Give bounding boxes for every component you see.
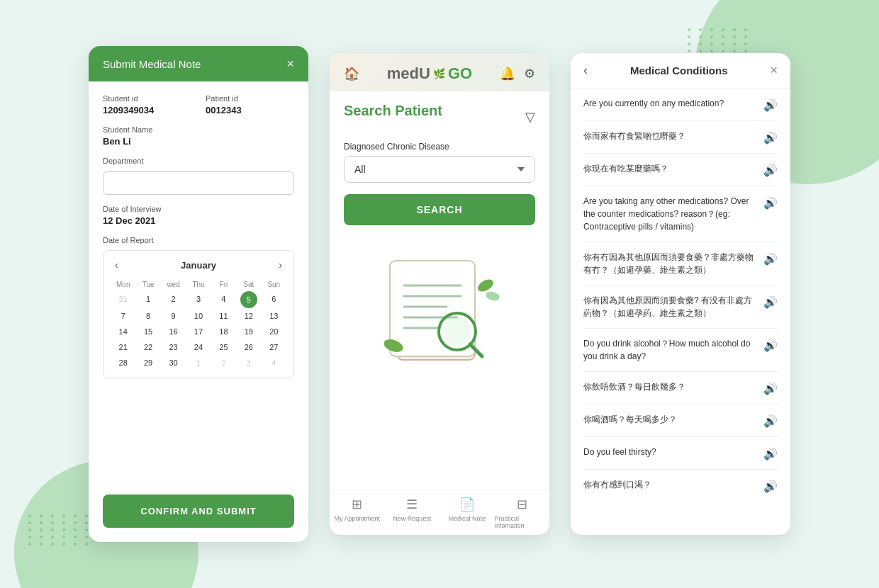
card-header-title: Submit Medical Note	[103, 58, 201, 70]
practical-info-label: Practical Infomation	[495, 515, 550, 529]
chronic-disease-dropdown[interactable]: AllDiabetesHypertensionAsthmaOthers	[344, 156, 535, 183]
cal-day[interactable]: 6	[262, 291, 286, 308]
audio-icon[interactable]: 🔊	[763, 196, 778, 210]
notification-icon[interactable]: 🔔	[500, 66, 515, 81]
audio-icon[interactable]: 🔊	[763, 295, 778, 309]
audio-icon[interactable]: 🔊	[763, 164, 778, 177]
cal-day[interactable]: 16	[161, 324, 186, 339]
cal-day[interactable]: 19	[236, 324, 261, 339]
audio-icon[interactable]: 🔊	[763, 382, 778, 395]
cal-day[interactable]: 4	[211, 291, 236, 308]
cal-day[interactable]: 23	[161, 339, 186, 355]
interview-date-label: Date of Interview	[103, 205, 294, 213]
nav-my-appointment[interactable]: ⊞ My Appointment	[330, 497, 385, 529]
card-body: Student id 1209349034 Patient id 0012343…	[89, 81, 308, 480]
logo-leaf: 🌿	[433, 68, 445, 79]
close-button[interactable]: ×	[286, 57, 294, 70]
cal-day[interactable]: 2	[161, 291, 186, 308]
filter-icon[interactable]: ▽	[525, 109, 535, 125]
cal-day[interactable]: 18	[211, 324, 236, 339]
audio-icon[interactable]: 🔊	[763, 414, 778, 428]
cal-day[interactable]: 13	[262, 308, 286, 324]
medical-conditions-card: ‹ Medical Conditions × Are you currently…	[571, 53, 790, 535]
cal-day[interactable]: 4	[262, 355, 286, 371]
medugo-logo: medU🌿GO	[387, 64, 472, 83]
cal-day[interactable]: 1	[135, 291, 160, 308]
cal-day[interactable]: 8	[135, 308, 160, 324]
audio-icon[interactable]: 🔊	[763, 447, 778, 460]
report-date-row: Date of Report ‹ January › MonTuewedThuF…	[103, 236, 294, 378]
patient-id-value: 0012343	[206, 105, 294, 115]
interview-date-row: Date of Interview 12 Dec 2021	[103, 205, 294, 226]
conditions-close-button[interactable]: ×	[770, 63, 778, 78]
logo-med-text: medU	[387, 64, 430, 83]
back-button[interactable]: ‹	[583, 63, 588, 78]
cal-day-header: wed	[161, 278, 186, 291]
conditions-title: Medical Conditions	[630, 64, 728, 77]
cal-day[interactable]: 21	[111, 339, 135, 355]
cal-day[interactable]: 26	[236, 339, 261, 355]
illustration-area	[344, 239, 535, 374]
condition-item: 你有冇因為其他原因而須要食藥？非處方藥物有冇？（如避孕藥、維生素之類）🔊	[583, 242, 778, 285]
confirm-submit-button[interactable]: CONFIRM AND SUBMIT	[103, 494, 294, 528]
header-icons: 🔔 ⚙	[500, 66, 535, 81]
cal-day[interactable]: 30	[161, 355, 186, 371]
calendar-days[interactable]: 3112345678910111213141516171819202122232…	[111, 291, 286, 371]
calendar: ‹ January › MonTuewedThuFriSatSun 311234…	[103, 250, 294, 378]
condition-item: 你有冇感到口渴？🔊	[583, 470, 778, 502]
nav-new-request[interactable]: ☰ New Request	[385, 497, 440, 529]
cal-day[interactable]: 28	[111, 355, 135, 371]
search-button[interactable]: SEARCH	[344, 194, 535, 225]
cal-day[interactable]: 15	[135, 324, 160, 339]
medugo-body: Search Patient ▽ Diagnosed Chronic Disea…	[330, 91, 549, 489]
cal-day[interactable]: 20	[262, 324, 286, 339]
cal-day[interactable]: 22	[135, 339, 160, 355]
audio-icon[interactable]: 🔊	[763, 339, 778, 352]
cal-day[interactable]: 10	[186, 308, 211, 324]
audio-icon[interactable]: 🔊	[763, 98, 778, 112]
condition-text: 你飲唔飲酒？每日飲幾多？	[583, 380, 756, 393]
cal-day[interactable]: 29	[135, 355, 160, 371]
main-container: Submit Medical Note × Student id 1209349…	[0, 0, 879, 588]
home-icon[interactable]: 🏠	[344, 66, 359, 81]
cal-day[interactable]: 9	[161, 308, 186, 324]
cal-day[interactable]: 31	[111, 291, 135, 308]
condition-text: 你有因為其他原因而須要食藥? 有没有非處方葯物？（如避孕葯、維生素之類）	[583, 294, 756, 320]
department-input[interactable]	[103, 171, 294, 195]
audio-icon[interactable]: 🔊	[763, 252, 778, 266]
cal-day[interactable]: 1	[186, 355, 211, 371]
cal-day[interactable]: 25	[211, 339, 236, 355]
patient-id-label: Patient id	[206, 94, 294, 103]
new-request-label: New Request	[393, 515, 431, 522]
nav-medical-note[interactable]: 📄 Medical Note	[440, 497, 495, 529]
condition-item: 你喝酒嗎？每天喝多少？🔊	[583, 405, 778, 437]
prev-month-button[interactable]: ‹	[111, 258, 123, 272]
condition-text: 你而家有冇食緊啲乜嘢藥？	[583, 130, 756, 142]
cal-day[interactable]: 3	[236, 355, 261, 371]
condition-text: 你現在有吃某麼藥嗎？	[583, 162, 756, 175]
audio-icon[interactable]: 🔊	[763, 480, 778, 493]
condition-item: 你飲唔飲酒？每日飲幾多？🔊	[583, 372, 778, 405]
cal-day[interactable]: 14	[111, 324, 135, 339]
cal-day[interactable]: 5	[240, 291, 257, 308]
cal-day[interactable]: 27	[262, 339, 286, 355]
chronic-disease-label: Diagnosed Chronic Disease	[344, 142, 535, 152]
conditions-list: Are you currently on any medication?🔊你而家…	[571, 89, 790, 535]
audio-icon[interactable]: 🔊	[763, 131, 778, 145]
cal-day[interactable]: 7	[111, 308, 135, 324]
cal-day[interactable]: 3	[186, 291, 211, 308]
cal-day[interactable]: 12	[236, 308, 261, 324]
medical-note-label: Medical Note	[448, 515, 486, 522]
medugo-header: 🏠 medU🌿GO 🔔 ⚙	[330, 53, 549, 91]
cal-day[interactable]: 11	[211, 308, 236, 324]
cal-day[interactable]: 17	[186, 324, 211, 339]
patient-id-col: Patient id 0012343	[206, 94, 294, 115]
next-month-button[interactable]: ›	[274, 258, 286, 272]
svg-point-11	[485, 290, 500, 303]
condition-text: 你有冇感到口渴？	[583, 478, 756, 491]
settings-icon[interactable]: ⚙	[524, 66, 535, 81]
cal-day[interactable]: 2	[211, 355, 236, 371]
cal-day[interactable]: 24	[186, 339, 211, 355]
search-illustration	[376, 247, 503, 367]
nav-practical-info[interactable]: ⊟ Practical Infomation	[495, 497, 550, 529]
